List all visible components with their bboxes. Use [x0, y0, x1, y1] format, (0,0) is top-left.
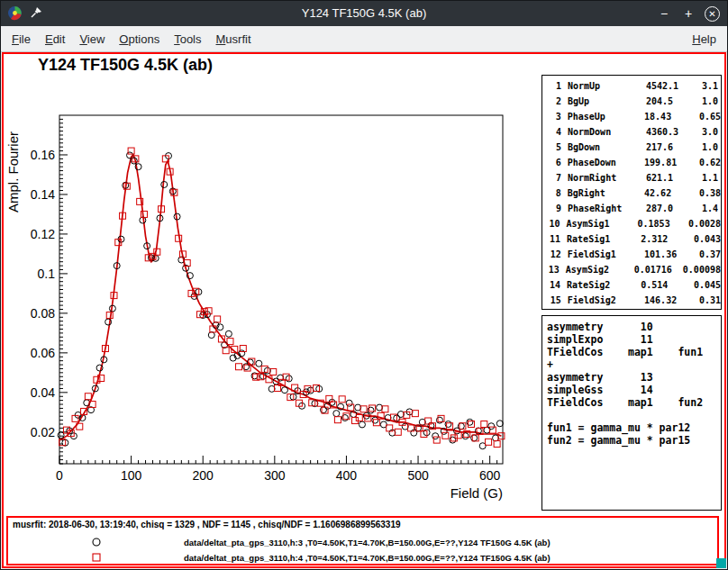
parameter-row: 10AsymSig10.18530.0028 [546, 216, 721, 231]
data-point-square [334, 417, 341, 423]
parameter-name: BgRight [568, 185, 644, 201]
x-tick-label: 300 [264, 468, 286, 483]
parameter-val: 101.36 [644, 247, 699, 262]
y-tick-label: 0.1 [38, 267, 56, 281]
menu-edit[interactable]: Edit [38, 28, 72, 50]
menu-file[interactable]: File [5, 28, 38, 50]
parameter-num: 13 [546, 262, 560, 277]
parameter-row: 12FieldSig1101.360.37 [546, 247, 721, 262]
window-title: Y124 TF150G 4.5K (ab) [1, 1, 727, 26]
data-point-square [472, 435, 478, 441]
data-point-square [369, 405, 376, 412]
data-point-square [106, 312, 113, 319]
parameter-val: 146.32 [644, 293, 699, 308]
app-icon [7, 5, 23, 24]
close-button[interactable]: ✕ [705, 6, 720, 22]
data-point-square [442, 432, 449, 439]
parameter-row: 6PhaseDown199.810.62 [546, 155, 721, 170]
parameter-val: 4542.1 [646, 78, 702, 94]
data-point-circle [208, 332, 214, 339]
parameter-num: 7 [546, 170, 561, 185]
parameter-name: NormUp [568, 78, 646, 94]
parameter-num: 1 [546, 78, 561, 94]
x-tick-label: 200 [193, 468, 214, 483]
data-point-circle [467, 419, 473, 425]
parameter-num: 6 [546, 155, 561, 170]
fourier-plot[interactable]: 01002003004005006000.020.040.060.080.10.… [4, 54, 544, 515]
theory-line: TFieldCos map1 fun1 [547, 346, 721, 358]
data-point-circle [488, 423, 495, 430]
menubar: File Edit View Options Tools Musrfit Hel… [1, 26, 727, 52]
parameter-name: PhaseRight [568, 201, 646, 216]
theory-line: fun1 = gamma_mu * par12 [547, 421, 721, 434]
parameter-num: 3 [546, 109, 561, 124]
parameter-row: 14RateSig20.5140.045 [546, 277, 721, 293]
legend-row: data/deltat_pta_gps_3110,h:3 ,T0=4.50K,T… [8, 535, 717, 550]
parameter-name: NormRight [568, 170, 646, 185]
data-point-circle [346, 400, 352, 406]
x-tick-label: 600 [479, 468, 501, 483]
parameter-val: 621.1 [646, 170, 702, 185]
menu-view[interactable]: View [72, 28, 112, 50]
parameter-box: 1NormUp4542.13.12BgUp204.51.03PhaseUp18.… [541, 75, 722, 310]
data-point-square [236, 364, 242, 370]
pin-icon[interactable] [29, 5, 43, 24]
menu-musrfit[interactable]: Musrfit [209, 28, 259, 50]
theory-lines: asymmetry 10simplExpo 11TFieldCos map1 f… [547, 321, 721, 447]
parameter-num: 4 [546, 124, 561, 140]
parameter-name: PhaseUp [568, 109, 644, 124]
data-point-square [141, 211, 147, 217]
parameter-val: 204.5 [646, 94, 702, 109]
parameter-err: 0.65 [699, 109, 721, 124]
parameter-val: 199.81 [644, 155, 699, 170]
parameter-row: 11RateSig12.3120.043 [546, 231, 721, 247]
parameter-row: 3PhaseUp18.430.65 [546, 109, 721, 124]
menu-options[interactable]: Options [112, 28, 167, 50]
parameter-val: 0.1853 [638, 216, 688, 231]
plot-title: Y124 TF150G 4.5K (ab) [38, 56, 213, 75]
parameter-row: 9PhaseRight287.01.4 [546, 201, 721, 216]
theory-line: + [547, 358, 721, 371]
canvas-corner-widget[interactable] [716, 558, 726, 568]
legend-label-run3: data/deltat_pta_gps_3110,h:3 ,T0=4.50K,T… [184, 538, 551, 547]
fit-statistics: musrfit: 2018-06-30, 13:19:40, chisq = 1… [13, 520, 401, 529]
data-point-square [343, 413, 350, 420]
y-tick-label: 0.06 [31, 346, 55, 360]
data-point-square [387, 425, 393, 431]
maximize-button[interactable]: + [680, 5, 696, 22]
parameter-name: FieldSig2 [568, 293, 644, 308]
parameter-num: 12 [546, 247, 561, 262]
square-marker-icon [91, 552, 102, 563]
parameter-name: AsymSig1 [566, 216, 637, 231]
data-point-square [438, 415, 444, 421]
parameter-name: AsymSig2 [566, 262, 634, 277]
legend-label-run4: data/deltat_pta_gps_3110,h:4 ,T0=4.50K,T… [184, 553, 551, 563]
parameter-num: 8 [546, 185, 561, 201]
data-point-circle [436, 417, 442, 423]
parameter-name: NormDown [568, 124, 646, 140]
parameter-row: 8BgRight42.620.38 [546, 185, 721, 201]
parameter-num: 15 [546, 293, 561, 308]
parameter-num: 14 [546, 277, 560, 293]
parameter-name: FieldSig1 [568, 247, 644, 262]
parameter-val: 0.514 [641, 277, 694, 293]
legend-circle [93, 538, 100, 546]
data-point-square [447, 423, 453, 430]
data-point-circle [359, 421, 365, 428]
parameter-err: 3.0 [702, 124, 721, 140]
menu-tools[interactable]: Tools [167, 28, 208, 50]
x-tick-label: 400 [336, 468, 358, 483]
parameter-val: 4360.3 [646, 124, 702, 140]
parameter-list: 1NormUp4542.13.12BgUp204.51.03PhaseUp18.… [546, 78, 721, 308]
fit-line [59, 155, 501, 440]
data-point-circle [333, 411, 340, 417]
data-point-square [339, 396, 345, 403]
parameter-row: 15FieldSig2146.320.31 [546, 293, 721, 308]
titlebar[interactable]: Y124 TF150G 4.5K (ab) − + ✕ [1, 1, 727, 26]
data-point-circle [432, 433, 439, 439]
menu-help[interactable]: Help [685, 28, 723, 50]
theory-line: simplExpo 11 [547, 333, 721, 346]
parameter-err: 0.0028 [688, 216, 721, 231]
minimize-button[interactable]: − [656, 5, 672, 22]
parameter-num: 5 [546, 140, 561, 155]
